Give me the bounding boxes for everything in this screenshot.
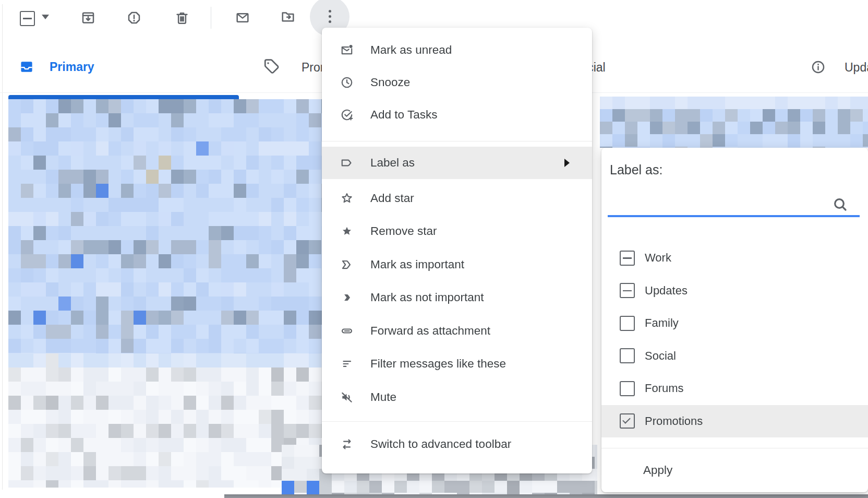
- label-option-name: Promotions: [645, 414, 703, 428]
- label-option-family[interactable]: Family: [601, 307, 868, 340]
- updates-info-icon-wrap[interactable]: [811, 60, 826, 75]
- filter-icon: [340, 357, 354, 371]
- tab-primary-label: Primary: [50, 60, 94, 74]
- label-option-name: Social: [645, 349, 676, 363]
- tab-primary[interactable]: Primary: [50, 60, 94, 74]
- promotions-tag-icon: [263, 58, 280, 75]
- menu-item-label: Mute: [370, 390, 396, 404]
- menu-item-add-star[interactable]: Add star: [322, 182, 592, 215]
- attachment-icon: [340, 324, 354, 338]
- menu-item-label: Forward as attachment: [370, 324, 490, 338]
- label-list: WorkUpdatesFamilySocialForumsPromotions: [601, 242, 868, 437]
- toolbar-divider: [211, 7, 211, 29]
- label-as-submenu: Label as: WorkUpdatesFamilySocialForumsP…: [601, 148, 868, 492]
- menu-item-add-to-tasks[interactable]: Add to Tasks: [322, 99, 592, 131]
- menu-item-label: Mark as unread: [370, 43, 452, 57]
- select-all-button[interactable]: [20, 11, 35, 26]
- info-icon: [811, 60, 826, 75]
- delete-button[interactable]: [174, 10, 190, 26]
- menu-item-filter-messages-like-these[interactable]: Filter messages like these: [322, 348, 592, 381]
- label-option-work[interactable]: Work: [601, 242, 868, 275]
- label-search-input[interactable]: [609, 194, 835, 216]
- menu-item-label: Switch to advanced toolbar: [370, 437, 511, 451]
- menu-item-label-as[interactable]: Label as: [322, 147, 592, 179]
- select-checkbox-icon[interactable]: [20, 11, 35, 26]
- label-option-social[interactable]: Social: [601, 340, 868, 373]
- email-list-right-mosaic: [600, 97, 868, 148]
- tab-updates-label: Updates: [845, 61, 868, 74]
- gmail-window: Primary Promotions Social Updates Mark a…: [0, 0, 868, 498]
- star-outline-icon: [340, 192, 354, 205]
- trash-icon: [174, 10, 190, 26]
- tab-primary-indicator: [8, 95, 239, 99]
- submenu-title: Label as:: [610, 162, 662, 177]
- tab-promotions[interactable]: [263, 58, 280, 75]
- menu-item-mark-as-important[interactable]: Mark as important: [322, 248, 592, 281]
- star-filled-icon: [340, 224, 354, 238]
- mark-as-read-button[interactable]: [235, 10, 250, 26]
- report-spam-icon: [126, 10, 142, 26]
- menu-item-label: Label as: [370, 156, 415, 170]
- label-option-name: Forums: [645, 382, 684, 395]
- label-option-name: Work: [645, 251, 671, 265]
- caret-down-icon: [42, 15, 49, 19]
- archive-button[interactable]: [80, 10, 96, 26]
- menu-divider: [322, 141, 592, 141]
- label-option-name: Updates: [645, 284, 688, 298]
- checkbox-unchecked-icon[interactable]: [620, 316, 635, 331]
- add-to-tasks-icon: [340, 108, 354, 122]
- menu-item-label: Filter messages like these: [370, 357, 506, 371]
- bottom-edge-strip: [224, 494, 868, 498]
- tab-primary-icon-wrap: [19, 60, 34, 74]
- menu-item-switch-to-advanced-toolbar[interactable]: Switch to advanced toolbar: [322, 428, 592, 460]
- apply-label: Apply: [643, 464, 672, 477]
- email-list-mosaic: [8, 353, 322, 488]
- apply-button[interactable]: Apply: [601, 448, 868, 492]
- menu-item-label: Mark as not important: [370, 291, 484, 304]
- label-option-promotions[interactable]: Promotions: [601, 405, 868, 438]
- label-option-forums[interactable]: Forums: [601, 372, 868, 405]
- menu-item-mark-as-not-important[interactable]: Mark as not important: [322, 281, 592, 315]
- menu-item-remove-star[interactable]: Remove star: [322, 215, 592, 248]
- menu-divider: [322, 421, 592, 422]
- menu-item-snooze[interactable]: Snooze: [322, 66, 592, 99]
- move-to-button[interactable]: [280, 9, 296, 25]
- label-option-updates[interactable]: Updates: [601, 275, 868, 307]
- menu-item-mute[interactable]: Mute: [322, 381, 592, 414]
- important-outline-icon: [340, 258, 354, 271]
- menu-item-mark-as-unread[interactable]: Mark as unread: [322, 34, 592, 66]
- checkbox-indeterminate-icon[interactable]: [620, 283, 635, 298]
- checkbox-unchecked-icon[interactable]: [620, 381, 635, 396]
- context-menu: Mark as unreadSnoozeAdd to TasksLabel as…: [322, 28, 592, 473]
- report-spam-button[interactable]: [126, 10, 142, 26]
- menu-item-forward-as-attachment[interactable]: Forward as attachment: [322, 314, 592, 348]
- label-search-button[interactable]: [832, 196, 849, 213]
- search-icon: [832, 196, 849, 213]
- mute-icon: [340, 390, 354, 404]
- label-tag-icon: [340, 156, 354, 170]
- envelope-icon: [235, 10, 250, 26]
- snooze-clock-icon: [340, 76, 354, 89]
- menu-item-label: Add star: [370, 192, 414, 205]
- label-option-name: Family: [645, 316, 679, 330]
- folder-move-icon: [280, 9, 296, 25]
- submenu-arrow-icon: [564, 159, 570, 167]
- search-underline: [608, 215, 860, 217]
- left-edge-divider: [2, 4, 3, 490]
- checkbox-checked-icon[interactable]: [620, 413, 635, 429]
- email-list-selected-mosaic: [8, 99, 322, 353]
- menu-item-label: Mark as important: [370, 258, 464, 271]
- tab-updates[interactable]: Updates: [845, 61, 868, 75]
- select-dropdown-button[interactable]: [42, 15, 49, 19]
- menu-item-label: Snooze: [370, 76, 410, 89]
- mark-unread-icon: [340, 43, 354, 57]
- archive-icon: [80, 10, 96, 26]
- checkbox-indeterminate-icon[interactable]: [620, 251, 635, 266]
- switch-arrows-icon: [340, 437, 354, 451]
- important-filled-icon: [340, 291, 354, 304]
- checkbox-unchecked-icon[interactable]: [620, 348, 635, 363]
- menu-item-label: Remove star: [370, 224, 437, 238]
- menu-item-label: Add to Tasks: [370, 108, 437, 122]
- primary-inbox-icon: [19, 60, 34, 74]
